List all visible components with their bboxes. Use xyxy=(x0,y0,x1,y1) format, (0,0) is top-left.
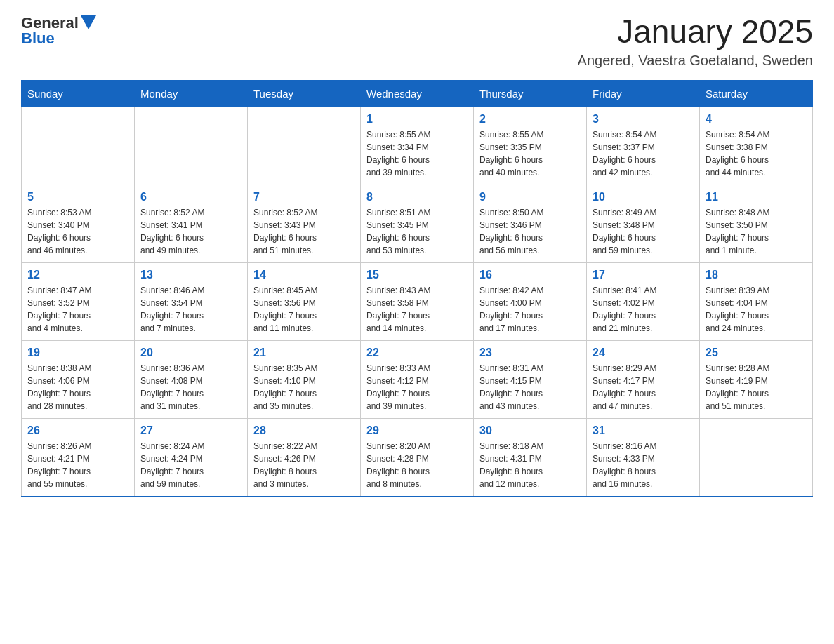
day-number: 4 xyxy=(706,113,807,126)
day-info: Sunrise: 8:51 AM Sunset: 3:45 PM Dayligh… xyxy=(366,206,468,257)
day-info: Sunrise: 8:41 AM Sunset: 4:02 PM Dayligh… xyxy=(593,284,694,335)
day-number: 17 xyxy=(593,269,694,281)
calendar-cell: 21Sunrise: 8:35 AM Sunset: 4:10 PM Dayli… xyxy=(248,340,361,418)
day-info: Sunrise: 8:22 AM Sunset: 4:26 PM Dayligh… xyxy=(253,440,355,490)
day-number: 29 xyxy=(366,424,468,437)
calendar-cell: 1Sunrise: 8:55 AM Sunset: 3:34 PM Daylig… xyxy=(361,107,474,185)
day-info: Sunrise: 8:52 AM Sunset: 3:41 PM Dayligh… xyxy=(140,206,241,257)
day-number: 22 xyxy=(366,347,468,359)
day-info: Sunrise: 8:53 AM Sunset: 3:40 PM Dayligh… xyxy=(27,206,128,257)
day-number: 8 xyxy=(366,191,468,203)
calendar-cell: 27Sunrise: 8:24 AM Sunset: 4:24 PM Dayli… xyxy=(135,418,248,497)
day-number: 28 xyxy=(253,424,355,437)
day-number: 24 xyxy=(593,347,694,359)
day-info: Sunrise: 8:20 AM Sunset: 4:28 PM Dayligh… xyxy=(366,440,468,490)
calendar-cell: 5Sunrise: 8:53 AM Sunset: 3:40 PM Daylig… xyxy=(22,185,135,262)
calendar-cell: 16Sunrise: 8:42 AM Sunset: 4:00 PM Dayli… xyxy=(474,262,587,340)
day-info: Sunrise: 8:49 AM Sunset: 3:48 PM Dayligh… xyxy=(593,206,694,257)
day-number: 25 xyxy=(706,347,807,359)
calendar-week-3: 12Sunrise: 8:47 AM Sunset: 3:52 PM Dayli… xyxy=(22,262,813,340)
day-number: 12 xyxy=(27,269,128,281)
calendar-week-4: 19Sunrise: 8:38 AM Sunset: 4:06 PM Dayli… xyxy=(22,340,813,418)
day-info: Sunrise: 8:24 AM Sunset: 4:24 PM Dayligh… xyxy=(140,440,241,490)
svg-marker-0 xyxy=(81,15,96,29)
logo-blue-text: Blue xyxy=(21,29,55,48)
day-info: Sunrise: 8:35 AM Sunset: 4:10 PM Dayligh… xyxy=(253,362,355,412)
calendar-cell: 30Sunrise: 8:18 AM Sunset: 4:31 PM Dayli… xyxy=(474,418,587,497)
calendar-cell: 12Sunrise: 8:47 AM Sunset: 3:52 PM Dayli… xyxy=(22,262,135,340)
calendar-cell: 10Sunrise: 8:49 AM Sunset: 3:48 PM Dayli… xyxy=(587,185,700,262)
day-number: 20 xyxy=(140,347,241,359)
day-info: Sunrise: 8:29 AM Sunset: 4:17 PM Dayligh… xyxy=(593,362,694,412)
day-info: Sunrise: 8:55 AM Sunset: 3:34 PM Dayligh… xyxy=(366,128,468,179)
calendar-cell: 24Sunrise: 8:29 AM Sunset: 4:17 PM Dayli… xyxy=(587,340,700,418)
calendar-cell: 2Sunrise: 8:55 AM Sunset: 3:35 PM Daylig… xyxy=(474,107,587,185)
day-info: Sunrise: 8:42 AM Sunset: 4:00 PM Dayligh… xyxy=(479,284,581,335)
calendar-cell xyxy=(700,418,813,497)
header-monday: Monday xyxy=(135,80,248,107)
day-info: Sunrise: 8:55 AM Sunset: 3:35 PM Dayligh… xyxy=(479,128,581,179)
day-number: 16 xyxy=(479,269,581,281)
day-number: 21 xyxy=(253,347,355,359)
calendar-cell: 19Sunrise: 8:38 AM Sunset: 4:06 PM Dayli… xyxy=(22,340,135,418)
title-section: January 2025 Angered, Vaestra Goetaland,… xyxy=(578,14,813,69)
calendar-body: 1Sunrise: 8:55 AM Sunset: 3:34 PM Daylig… xyxy=(22,107,813,497)
calendar-week-5: 26Sunrise: 8:26 AM Sunset: 4:21 PM Dayli… xyxy=(22,418,813,497)
day-info: Sunrise: 8:33 AM Sunset: 4:12 PM Dayligh… xyxy=(366,362,468,412)
day-info: Sunrise: 8:39 AM Sunset: 4:04 PM Dayligh… xyxy=(706,284,807,335)
day-info: Sunrise: 8:46 AM Sunset: 3:54 PM Dayligh… xyxy=(140,284,241,335)
day-number: 10 xyxy=(593,191,694,203)
header-friday: Friday xyxy=(587,80,700,107)
day-number: 2 xyxy=(479,113,581,126)
calendar-cell: 14Sunrise: 8:45 AM Sunset: 3:56 PM Dayli… xyxy=(248,262,361,340)
calendar-cell xyxy=(248,107,361,185)
calendar-title: January 2025 xyxy=(578,14,813,50)
calendar-cell: 15Sunrise: 8:43 AM Sunset: 3:58 PM Dayli… xyxy=(361,262,474,340)
day-number: 26 xyxy=(27,424,128,437)
logo: General Blue xyxy=(21,14,96,48)
calendar-cell: 29Sunrise: 8:20 AM Sunset: 4:28 PM Dayli… xyxy=(361,418,474,497)
day-info: Sunrise: 8:16 AM Sunset: 4:33 PM Dayligh… xyxy=(593,440,694,490)
day-info: Sunrise: 8:50 AM Sunset: 3:46 PM Dayligh… xyxy=(479,206,581,257)
calendar-cell: 11Sunrise: 8:48 AM Sunset: 3:50 PM Dayli… xyxy=(700,185,813,262)
day-number: 23 xyxy=(479,347,581,359)
calendar-cell: 17Sunrise: 8:41 AM Sunset: 4:02 PM Dayli… xyxy=(587,262,700,340)
calendar-cell: 31Sunrise: 8:16 AM Sunset: 4:33 PM Dayli… xyxy=(587,418,700,497)
day-number: 1 xyxy=(366,113,468,126)
header-row: Sunday Monday Tuesday Wednesday Thursday… xyxy=(22,80,813,107)
calendar-cell: 25Sunrise: 8:28 AM Sunset: 4:19 PM Dayli… xyxy=(700,340,813,418)
calendar-table: Sunday Monday Tuesday Wednesday Thursday… xyxy=(21,80,813,497)
day-number: 11 xyxy=(706,191,807,203)
calendar-cell: 3Sunrise: 8:54 AM Sunset: 3:37 PM Daylig… xyxy=(587,107,700,185)
calendar-cell: 20Sunrise: 8:36 AM Sunset: 4:08 PM Dayli… xyxy=(135,340,248,418)
day-info: Sunrise: 8:54 AM Sunset: 3:38 PM Dayligh… xyxy=(706,128,807,179)
day-number: 5 xyxy=(27,191,128,203)
day-info: Sunrise: 8:18 AM Sunset: 4:31 PM Dayligh… xyxy=(479,440,581,490)
day-info: Sunrise: 8:26 AM Sunset: 4:21 PM Dayligh… xyxy=(27,440,128,490)
header-sunday: Sunday xyxy=(22,80,135,107)
header-saturday: Saturday xyxy=(700,80,813,107)
day-info: Sunrise: 8:45 AM Sunset: 3:56 PM Dayligh… xyxy=(253,284,355,335)
day-info: Sunrise: 8:52 AM Sunset: 3:43 PM Dayligh… xyxy=(253,206,355,257)
day-number: 30 xyxy=(479,424,581,437)
day-number: 3 xyxy=(593,113,694,126)
calendar-cell: 6Sunrise: 8:52 AM Sunset: 3:41 PM Daylig… xyxy=(135,185,248,262)
calendar-cell xyxy=(22,107,135,185)
day-number: 27 xyxy=(140,424,241,437)
calendar-cell xyxy=(135,107,248,185)
day-number: 6 xyxy=(140,191,241,203)
day-info: Sunrise: 8:54 AM Sunset: 3:37 PM Dayligh… xyxy=(593,128,694,179)
calendar-cell: 7Sunrise: 8:52 AM Sunset: 3:43 PM Daylig… xyxy=(248,185,361,262)
calendar-cell: 23Sunrise: 8:31 AM Sunset: 4:15 PM Dayli… xyxy=(474,340,587,418)
calendar-header: Sunday Monday Tuesday Wednesday Thursday… xyxy=(22,80,813,107)
header-tuesday: Tuesday xyxy=(248,80,361,107)
day-number: 31 xyxy=(593,424,694,437)
calendar-week-1: 1Sunrise: 8:55 AM Sunset: 3:34 PM Daylig… xyxy=(22,107,813,185)
calendar-cell: 4Sunrise: 8:54 AM Sunset: 3:38 PM Daylig… xyxy=(700,107,813,185)
header-wednesday: Wednesday xyxy=(361,80,474,107)
day-number: 15 xyxy=(366,269,468,281)
day-info: Sunrise: 8:38 AM Sunset: 4:06 PM Dayligh… xyxy=(27,362,128,412)
day-number: 7 xyxy=(253,191,355,203)
day-number: 13 xyxy=(140,269,241,281)
calendar-week-2: 5Sunrise: 8:53 AM Sunset: 3:40 PM Daylig… xyxy=(22,185,813,262)
